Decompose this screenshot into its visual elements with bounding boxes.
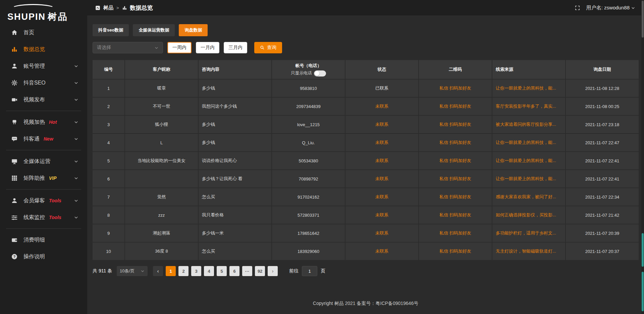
cell-content: 多少钱 [199,116,271,133]
chevron-down-icon [74,137,78,141]
page-scrollbar[interactable] [641,0,644,314]
scrollbar-marker [642,272,644,311]
cell-source-link[interactable]: 感谢大家喜欢我家，被问了好... [492,188,565,206]
logo-text-cn: 树品 [48,12,68,22]
logo-arc [11,4,55,13]
goto-page-input[interactable] [302,266,317,276]
cell-nickname: L [125,134,198,151]
page-button[interactable]: 4 [204,266,214,276]
cell-status: 未联系 [345,243,418,260]
sidebar-item-label: 首页 [23,29,34,36]
cell-qrcode-link[interactable]: 私信 扫码加好友 [419,152,492,169]
page-buttons: 1 2 3 4 5 6 ··· 92 [166,266,265,276]
period-week-button[interactable]: 一周内 [167,42,192,53]
cell-qrcode-link[interactable]: 私信 扫码加好友 [419,116,492,133]
sidebar-divider [6,228,81,229]
cell-account: 9583810 [272,80,345,97]
page-button[interactable]: 92 [255,266,265,276]
sidebar-item-instructions[interactable]: ? 操作说明 [0,248,87,265]
next-page-button[interactable]: › [268,266,278,276]
username-label: 用户名: zswodun88 [586,5,630,11]
page-button[interactable]: ··· [242,266,252,276]
page-button[interactable]: 2 [178,266,189,276]
page-button[interactable]: 6 [229,266,239,276]
fullscreen-icon[interactable] [575,5,580,11]
prev-page-button[interactable]: ‹ [153,266,163,276]
breadcrumb-current: 数据总览 [130,4,153,12]
cell-source-link[interactable]: 让你一眼就爱上的黑科技，能... [492,80,565,97]
cell-date: 2021-11-07 21:42 [566,206,639,224]
page-button[interactable]: 1 [166,266,176,276]
sidebar-item-clue-monitor[interactable]: 线索监控 Tools [0,209,87,226]
sidebar: SHUPIN树品 首页 数据总览 账号管理 [0,0,87,314]
scrollbar-thumb[interactable] [642,1,644,38]
cell-date: 2021-11-07 22:41 [566,170,639,188]
column-header-status: 状态 [345,60,418,79]
sidebar-item-label: 会员爆客 [23,197,45,204]
cell-id: 7 [93,188,124,206]
cell-source-link[interactable]: 如何正确选择投影仪，买投影... [492,206,565,224]
sidebar-item-video-heating[interactable]: 视频加热 Hot [0,114,87,130]
cell-status: 未联系 [345,170,418,188]
column-header-account: 帐号（电话） 只显示电话 [272,60,345,79]
sidebar-item-douyin-seo[interactable]: 抖音SEO [0,74,87,91]
filter-select[interactable]: 请选择 [93,42,163,53]
goto-page: 前往 页 [289,266,325,276]
sidebar-item-matrix-boost[interactable]: 矩阵助推 VIP [0,170,87,187]
page-button[interactable]: 5 [217,266,227,276]
cell-id: 9 [93,224,124,242]
cell-source-link[interactable]: 让你一眼就爱上的黑科技，能... [492,134,565,151]
page-size-select[interactable]: 10条/页 [117,266,148,276]
cell-source-link[interactable]: 客厅安装投影半年多了，真实... [492,98,565,115]
cell-qrcode-link[interactable]: 私信 扫码加好友 [419,224,492,242]
cell-qrcode-link[interactable]: 私信 扫码加好友 [419,98,492,115]
cell-qrcode-link[interactable]: 私信 扫码加好友 [419,134,492,151]
phone-toggle[interactable] [314,70,326,76]
cell-source-link[interactable]: 被大家追着问的客厅投影分享... [492,116,565,133]
tools-badge: Tools [49,198,61,203]
cell-id: 2 [93,98,124,115]
cell-source-link[interactable]: 让你一眼就爱上的黑科技，能... [492,170,565,188]
sidebar-item-consumption-detail[interactable]: 消费明细 [0,231,87,248]
cell-nickname: 36度 8 [125,243,198,260]
cell-account: 183929060 [272,243,345,260]
table-row: 8 zzz 我只看价格 572803371 未联系 私信 扫码加好友 如何正确选… [93,206,639,224]
user-menu[interactable]: 用户名: zswodun88 [586,5,635,11]
page-button[interactable]: 3 [191,266,201,276]
cell-account: 50534380 [272,152,345,169]
period-quarter-button[interactable]: 三月内 [224,42,247,53]
sidebar-item-data-overview[interactable]: 数据总览 [0,41,87,58]
column-header-content: 咨询内容 [199,60,271,79]
cell-source-link[interactable]: 让你一眼就爱上的黑科技，能... [492,152,565,169]
tab-omnimedia-data[interactable]: 全媒体运营数据 [133,24,175,36]
cell-qrcode-link[interactable]: 私信 扫码加好友 [419,243,492,260]
sidebar-item-home[interactable]: 首页 [0,24,87,41]
sidebar-item-douketong[interactable]: 抖客通 New [0,130,87,147]
cell-qrcode-link[interactable]: 私信 扫码加好友 [419,206,492,224]
cell-date: 2021-11-07 23:18 [566,116,639,133]
cell-qrcode-link[interactable]: 私信 扫码加好友 [419,80,492,97]
cell-account: love__1215 [272,116,345,133]
copyright-text: Copyright 树品 2021 备案号：粤ICP备09019646号 [313,301,418,306]
table-row: 7 觉然 怎么买 917024162 未联系 私信 扫码加好友 感谢大家喜欢我家… [93,188,639,206]
sidebar-item-omnimedia-operation[interactable]: 全媒体运营 [0,153,87,170]
table-row: 3 狐小狸 多少钱 love__1215 未联系 私信 扫码加好友 被大家追着问… [93,116,639,133]
sidebar-item-account-management[interactable]: 账号管理 [0,58,87,74]
cell-source-link[interactable]: 多功能护栏灯，适用于乡村文... [492,224,565,242]
tab-douyin-seo-data[interactable]: 抖音seo数据 [93,24,129,36]
sidebar-item-label: 全媒体运营 [23,158,50,165]
cell-source-link[interactable]: 无主灯设计，智能磁吸轨道灯... [492,243,565,260]
query-button[interactable]: 查询 [254,42,282,53]
user-icon [11,62,18,70]
sidebar-divider [6,150,81,150]
tab-inquiry-data[interactable]: 询盘数据 [179,24,208,36]
cell-qrcode-link[interactable]: 私信 扫码加好友 [419,170,492,188]
sidebar-item-video-publish[interactable]: 视频发布 [0,91,87,108]
chevron-down-icon [74,159,78,164]
video-camera-icon [11,96,18,103]
sidebar-item-member-baoke[interactable]: 会员爆客 Tools [0,192,87,209]
cell-qrcode-link[interactable]: 私信 扫码加好友 [419,188,492,206]
period-month-button[interactable]: 一月内 [196,42,219,53]
breadcrumb-root[interactable]: 树品 [103,5,113,11]
column-header-id: 编号 [93,60,124,79]
